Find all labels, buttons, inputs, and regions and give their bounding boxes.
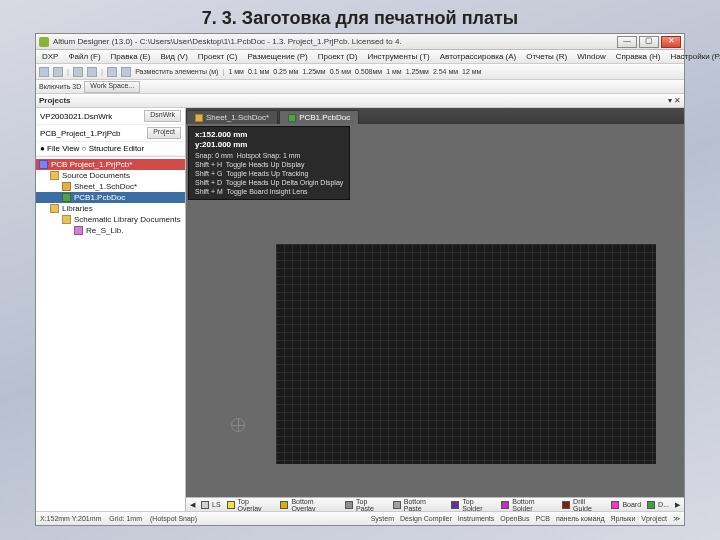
origin-marker-icon <box>231 418 245 432</box>
grid-size-option[interactable]: 0.25 мм <box>273 68 298 75</box>
status-panel-button[interactable]: System <box>371 515 394 523</box>
document-tab[interactable]: Sheet_1.SchDoc* <box>186 110 278 124</box>
tree-item[interactable]: Sheet_1.SchDoc* <box>36 181 185 192</box>
coord-y: y:201.000 mm <box>195 140 343 150</box>
layer-tab[interactable]: Top Solder <box>451 498 495 512</box>
grid-size-option[interactable]: 0.1 мм <box>248 68 269 75</box>
pcb-canvas[interactable]: x:152.000 mmy:201.000 mmSnap: 0 mm Hotsp… <box>186 124 684 497</box>
tree-item-label: Libraries <box>62 204 93 213</box>
grid-size-option[interactable]: 0.5 мм <box>330 68 351 75</box>
headsup-hint: Shift + M Toggle Board Insight Lens <box>195 187 343 196</box>
title-text: Altium Designer (13.0) - C:\Users\User\D… <box>53 37 617 46</box>
toolbar-secondary: Включить 3D Work Space... <box>36 80 684 94</box>
status-panel-button[interactable]: PCB <box>536 515 550 523</box>
layer-tab[interactable]: Bottom Paste <box>393 498 446 512</box>
grid-size-option[interactable]: 1 мм <box>386 68 401 75</box>
tree-item[interactable]: PCB1.PcbDoc <box>36 192 185 203</box>
prev-icon[interactable] <box>73 67 83 77</box>
layer-scroll-right-icon[interactable]: ▶ <box>675 501 680 509</box>
open-icon[interactable] <box>39 67 49 77</box>
menu-item-2[interactable]: Правка (E) <box>107 52 155 61</box>
toolbar-main: | | Разместить элементы (м) | 1 мм0.1 мм… <box>36 64 684 80</box>
titlebar: Altium Designer (13.0) - C:\Users\User\D… <box>36 34 684 50</box>
status-panel-button[interactable]: OpenBus <box>500 515 529 523</box>
headsup-hint: Shift + G Toggle Heads Up Tracking <box>195 169 343 178</box>
menu-item-5[interactable]: Размещение (P) <box>244 52 312 61</box>
tree-item[interactable]: Source Documents <box>36 170 185 181</box>
menu-item-12[interactable]: Настройки (P...) <box>666 52 720 61</box>
grid-size-option[interactable]: 0.508мм <box>355 68 382 75</box>
menu-item-4[interactable]: Проект (C) <box>194 52 242 61</box>
menu-item-0[interactable]: DXP <box>38 52 62 61</box>
projects-title: Projects <box>39 96 71 105</box>
tree-item[interactable]: PCB Project_1.PrjPcb* <box>36 159 185 170</box>
projects-pin-icon[interactable]: ▾ ✕ <box>668 96 681 105</box>
status-bar: X:152mm Y:201mmGrid: 1mm(Hotspot Snap) S… <box>36 511 684 525</box>
layer-tab[interactable]: Bottom Solder <box>501 498 556 512</box>
document-tab-label: PCB1.PcbDoc <box>299 113 350 122</box>
save-icon[interactable] <box>53 67 63 77</box>
menu-item-10[interactable]: Window <box>573 52 609 61</box>
menu-item-6[interactable]: Проект (D) <box>314 52 362 61</box>
workspace-button[interactable]: Work Space... <box>84 81 140 93</box>
layer-scroll-left-icon[interactable]: ◀ <box>190 501 195 509</box>
menu-item-8[interactable]: Автотрассировка (A) <box>436 52 520 61</box>
tree-item-label: Source Documents <box>62 171 130 180</box>
sidebar: VP2003021.DsnWrkDsnWrkPCB_Project_1.PrjP… <box>36 108 186 511</box>
grid-size-option[interactable]: 2.54 мм <box>433 68 458 75</box>
tree-item[interactable]: Re_S_Lib. <box>36 225 185 236</box>
layer-tab[interactable]: Drill Guide <box>562 498 605 512</box>
layer-tab[interactable]: LS <box>201 501 221 509</box>
app-window: Altium Designer (13.0) - C:\Users\User\D… <box>35 33 685 526</box>
status-panel-button[interactable]: Vproject <box>641 515 667 523</box>
layer-swatch-icon <box>345 501 353 509</box>
app-name: Altium Designer (13.0) <box>53 37 133 46</box>
layer-tab[interactable]: D... <box>647 501 669 509</box>
sidebar-header-button[interactable]: Project <box>147 127 181 139</box>
menu-item-11[interactable]: Справка (H) <box>612 52 665 61</box>
zoom-icon[interactable] <box>107 67 117 77</box>
maximize-button[interactable]: ▢ <box>639 36 659 48</box>
folder-icon <box>50 204 59 213</box>
enable-3d[interactable]: Включить 3D <box>39 83 81 90</box>
grid-size-option[interactable]: 1.25мм <box>302 68 325 75</box>
layer-tab[interactable]: Board <box>611 501 641 509</box>
menu-item-7[interactable]: Инструменты (T) <box>363 52 433 61</box>
sidebar-header-button[interactable]: DsnWrk <box>144 110 181 122</box>
status-panel-button[interactable]: панель команд <box>556 515 605 523</box>
grid-size-option[interactable]: 1 мм <box>228 68 243 75</box>
status-panel-button[interactable]: Instruments <box>458 515 495 523</box>
grid-size-option[interactable]: 1.25мм <box>406 68 429 75</box>
folder-icon <box>50 171 59 180</box>
layer-tab[interactable]: Top Paste <box>345 498 387 512</box>
menu-item-1[interactable]: Файл (F) <box>64 52 104 61</box>
close-button[interactable]: ✕ <box>661 36 681 48</box>
next-icon[interactable] <box>87 67 97 77</box>
tree-item-label: Schematic Library Documents <box>74 215 181 224</box>
menu-item-9[interactable]: Отчеты (R) <box>522 52 571 61</box>
status-field: Grid: 1mm <box>109 515 142 522</box>
layer-name: D... <box>658 501 669 508</box>
grid-size-option[interactable]: 12 мм <box>462 68 481 75</box>
layer-swatch-icon <box>227 501 235 509</box>
app-icon <box>39 37 49 47</box>
status-panel-button[interactable]: Ярлыки <box>611 515 636 523</box>
tree-item[interactable]: Schematic Library Documents <box>36 214 185 225</box>
headsup-hint: Shift + H Toggle Heads Up Display <box>195 160 343 169</box>
slide-title: 7. 3. Заготовка для печатной платы <box>0 0 720 33</box>
document-tab-label: Sheet_1.SchDoc* <box>206 113 269 122</box>
status-panel-button[interactable]: ≫ <box>673 515 680 523</box>
document-tabs: Sheet_1.SchDoc*PCB1.PcbDoc <box>186 108 684 124</box>
menu-item-3[interactable]: Вид (V) <box>156 52 191 61</box>
layer-tab[interactable]: Top Overlay <box>227 498 275 512</box>
status-panel-button[interactable]: Design Compiler <box>400 515 452 523</box>
layer-name: Board <box>622 501 641 508</box>
layer-name: Drill Guide <box>573 498 605 512</box>
tree-item-label: PCB Project_1.PrjPcb* <box>51 160 132 169</box>
tree-item[interactable]: Libraries <box>36 203 185 214</box>
document-tab[interactable]: PCB1.PcbDoc <box>279 110 359 124</box>
layer-tab[interactable]: Bottom Overlay <box>280 498 339 512</box>
coord-x: x:152.000 mm <box>195 130 343 140</box>
minimize-button[interactable]: — <box>617 36 637 48</box>
fit-icon[interactable] <box>121 67 131 77</box>
